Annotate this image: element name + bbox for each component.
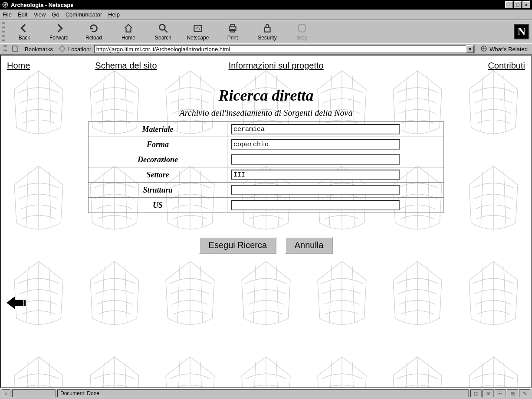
reload-button[interactable]: Reload <box>76 21 111 43</box>
form-row: US <box>89 198 444 213</box>
field-label: Struttura <box>89 183 227 198</box>
my-netscape-icon: My <box>192 23 204 34</box>
forward-icon <box>53 23 65 34</box>
status-lock-icon <box>2 389 10 397</box>
navigator-icon[interactable]: ◫ <box>470 389 482 397</box>
address-icon[interactable]: ▤ <box>507 389 518 397</box>
window-titlebar: Archeologia - Netscape _ □ × <box>0 0 532 10</box>
maximize-button[interactable]: □ <box>514 1 522 8</box>
form-row: Forma <box>89 137 444 152</box>
forward-button[interactable]: Forward <box>42 21 76 43</box>
print-button[interactable]: Print <box>215 21 250 43</box>
field-label: Materiale <box>89 122 227 137</box>
field-label: US <box>89 198 227 213</box>
bookmarks-icon <box>11 45 19 53</box>
netscape-app-icon <box>2 1 9 8</box>
page-subtitle: Archivio dell'insediamento di Sorgenti d… <box>4 108 528 118</box>
materiale-input[interactable] <box>231 124 400 134</box>
status-progress <box>12 389 56 397</box>
bookmarks-button[interactable]: Bookmarks <box>22 45 56 53</box>
print-icon <box>227 23 238 34</box>
form-row: Settore <box>89 167 444 183</box>
svg-rect-5 <box>231 24 235 26</box>
lock-icon <box>262 23 273 34</box>
form-row: Decorazione <box>89 152 444 167</box>
drag-page-icon[interactable] <box>59 45 66 53</box>
composer-icon[interactable]: ✎ <box>519 389 530 397</box>
form-row: Struttura <box>89 183 444 198</box>
settore-input[interactable] <box>231 170 400 180</box>
toolbar-grip[interactable] <box>2 21 5 42</box>
svg-rect-7 <box>265 28 270 32</box>
home-icon <box>123 23 134 34</box>
svg-point-1 <box>159 24 165 30</box>
location-input[interactable] <box>95 46 466 52</box>
forma-input[interactable] <box>231 139 400 150</box>
submit-button[interactable]: Esegui Ricerca <box>199 237 277 254</box>
location-label: Location: <box>68 46 91 52</box>
reload-icon <box>88 23 99 34</box>
cancel-button[interactable]: Annulla <box>285 237 333 254</box>
menu-go[interactable]: Go <box>52 11 59 18</box>
home-button[interactable]: Home <box>111 21 146 43</box>
close-button[interactable]: × <box>522 1 530 8</box>
status-bar: Document: Done ◫ ✉ ☷ ▤ ✎ <box>0 388 532 398</box>
menu-help[interactable]: Help <box>108 11 120 18</box>
mail-icon[interactable]: ✉ <box>483 389 494 397</box>
location-bar: Bookmarks Location: ▼ What's Related <box>0 43 532 55</box>
menu-file[interactable]: File <box>3 11 12 18</box>
struttura-input[interactable] <box>231 185 400 195</box>
svg-text:My: My <box>195 26 200 30</box>
nav-info[interactable]: Informazioni sul progetto <box>229 61 324 71</box>
back-icon <box>19 23 30 34</box>
nav-schema[interactable]: Schema del sito <box>95 61 157 71</box>
netscape-logo: N <box>514 24 529 39</box>
svg-rect-11 <box>24 300 26 306</box>
netscape-button[interactable]: My Netscape <box>181 21 215 43</box>
svg-rect-12 <box>5 393 7 395</box>
us-input[interactable] <box>231 200 400 210</box>
svg-marker-8 <box>298 24 305 32</box>
location-input-wrap: ▼ <box>94 45 475 53</box>
search-icon <box>158 23 169 34</box>
menubar: File Edit View Go Communicator Help <box>0 10 532 20</box>
page-title: Ricerca diretta <box>4 86 528 105</box>
menu-view[interactable]: View <box>33 11 46 18</box>
form-row: Materiale <box>89 122 444 137</box>
security-button[interactable]: Security <box>250 21 285 43</box>
status-text: Document: Done <box>57 389 469 397</box>
minimize-button[interactable]: _ <box>505 1 513 8</box>
back-button[interactable]: Back <box>7 21 42 43</box>
window-title: Archeologia - Netscape <box>11 2 505 8</box>
decorazione-input[interactable] <box>231 154 400 165</box>
search-form: Materiale Forma Decorazione Settore Stru… <box>88 121 444 213</box>
whats-related-icon <box>480 45 488 53</box>
search-button[interactable]: Search <box>146 21 181 43</box>
location-dropdown-button[interactable]: ▼ <box>466 45 474 53</box>
back-arrow-link[interactable] <box>4 294 26 311</box>
locbar-grip[interactable] <box>3 45 7 53</box>
news-icon[interactable]: ☷ <box>495 389 506 397</box>
content-viewport: Home Schema del sito Informazioni sul pr… <box>0 55 532 388</box>
field-label: Forma <box>89 137 227 152</box>
nav-home[interactable]: Home <box>7 61 30 71</box>
field-label: Settore <box>89 167 227 183</box>
nav-contrib[interactable]: Contributi <box>488 61 525 71</box>
svg-rect-10 <box>22 300 23 306</box>
whats-related-button[interactable]: What's Related <box>477 45 530 53</box>
page-nav: Home Schema del sito Informazioni sul pr… <box>4 61 528 71</box>
stop-icon <box>296 23 308 34</box>
stop-button[interactable]: Stop <box>285 21 319 43</box>
toolbar: Back Forward Reload Home Search My Netsc… <box>0 20 532 43</box>
menu-communicator[interactable]: Communicator <box>66 11 102 18</box>
menu-edit[interactable]: Edit <box>18 11 27 18</box>
component-bar: ◫ ✉ ☷ ▤ ✎ <box>470 389 530 397</box>
field-label: Decorazione <box>89 152 227 167</box>
